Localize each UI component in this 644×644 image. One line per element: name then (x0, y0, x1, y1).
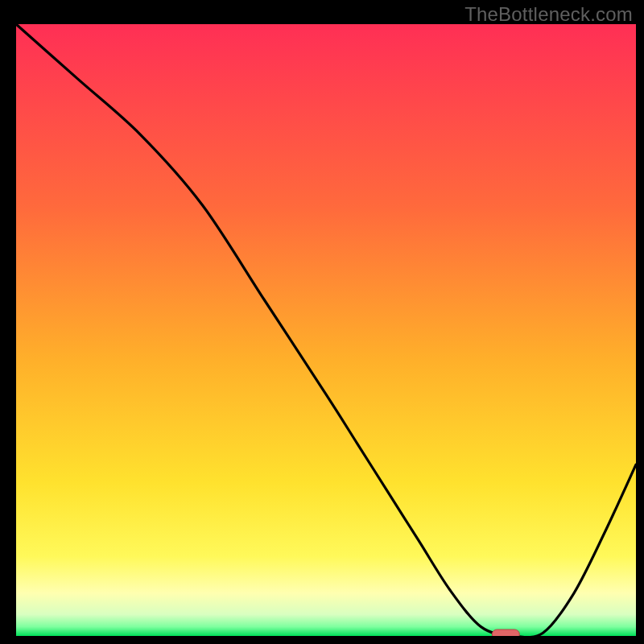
chart-plot (16, 24, 636, 636)
watermark-text: TheBottleneck.com (464, 3, 633, 26)
chart-svg (16, 24, 636, 636)
chart-gradient-background (16, 24, 636, 636)
optimal-marker (492, 630, 519, 636)
chart-container: TheBottleneck.com (0, 0, 644, 644)
